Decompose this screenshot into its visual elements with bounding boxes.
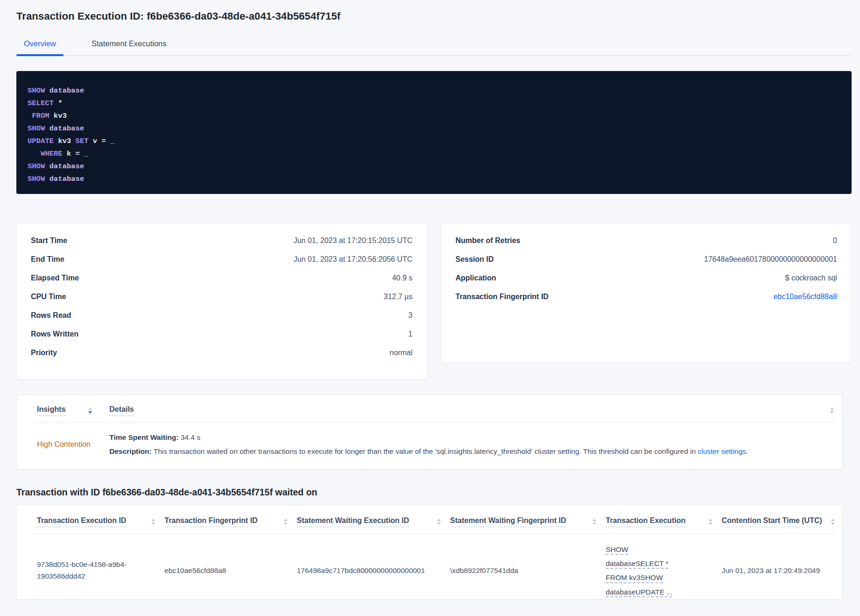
kv-row-elapsed-time: Elapsed Time 40.9 s <box>31 269 413 287</box>
txn-execution-id-header[interactable]: Transaction Execution ID <box>37 516 126 527</box>
kv-row-rows-written: Rows Written 1 <box>31 325 413 344</box>
txn-fingerprint-link[interactable]: ebc10ae56cfd88a8 <box>774 293 837 301</box>
time-spent-waiting: Time Spent Waiting: 34.4 s <box>109 433 835 443</box>
contention-start-time-value: Jun 01, 2023 at 17:20:49:2049 <box>722 566 820 575</box>
time-spent-waiting-value: 34.4 s <box>179 433 201 441</box>
insights-header-label[interactable]: Insights <box>37 405 65 416</box>
session-id-label: Session ID <box>456 255 494 264</box>
retries-value: 0 <box>833 236 837 245</box>
insight-description: Description: This transaction waited on … <box>109 447 835 457</box>
sort-details-icon[interactable] <box>829 407 835 415</box>
transaction-execution-cell: SHOW databaseSELECT * FROM kv3SHOW datab… <box>606 543 713 599</box>
retries-label: Number of Retries <box>456 236 521 245</box>
col-txn-fingerprint-id: Transaction Fingerprint ID <box>165 516 288 527</box>
contention-start-time-header[interactable]: Contention Start Time (UTC) <box>722 516 822 527</box>
description-text: This transaction waited on other transac… <box>151 447 698 455</box>
col-transaction-execution: Transaction Execution <box>606 516 713 527</box>
kv-row-rows-read: Rows Read 3 <box>31 306 413 325</box>
start-time-value: Jun 01, 2023 at 17:20:15:2015 UTC <box>294 236 412 245</box>
start-time-label: Start Time <box>31 236 67 245</box>
sort-stmt-waiting-fingerprint-id-icon[interactable] <box>592 518 597 526</box>
stmt-waiting-execution-id-header[interactable]: Statement Waiting Execution ID <box>297 516 409 527</box>
kv-row-application: Application $ cockroach sql <box>456 269 838 287</box>
transaction-details-page: Transaction Execution ID: f6be6366-da03-… <box>0 0 860 600</box>
end-time-value: Jun 01, 2023 at 17:20:56:2056 UTC <box>294 255 412 264</box>
waited-on-heading: Transaction with ID f6be6366-da03-48de-a… <box>16 487 852 498</box>
insights-table-header: Insights Details <box>37 395 835 422</box>
txn-execution-id-cell: 9738d051-bc0e-4158-a9b4-1903586ddd42 <box>37 559 156 582</box>
txn-execution-id-value: 9738d051-bc0e-4158-a9b4-1903586ddd42 <box>37 559 128 582</box>
kv-row-cpu-time: CPU Time 312.7 µs <box>31 287 413 306</box>
rows-written-label: Rows Written <box>31 330 79 338</box>
transaction-execution-link[interactable]: SHOW databaseSELECT * FROM kv3SHOW datab… <box>606 543 686 599</box>
sort-transaction-execution-icon[interactable] <box>708 518 713 526</box>
cluster-settings-link[interactable]: cluster settings <box>698 447 746 455</box>
tab-overview[interactable]: Overview <box>16 35 64 55</box>
tab-bar: Overview Statement Executions <box>16 35 852 56</box>
cpu-time-value: 312.7 µs <box>384 293 413 301</box>
waited-on-table: Transaction Execution ID Transaction Fin… <box>16 505 843 600</box>
txn-fingerprint-id-header[interactable]: Transaction Fingerprint ID <box>165 516 258 527</box>
timing-card: Start Time Jun 01, 2023 at 17:20:15:2015… <box>16 223 427 380</box>
kv-row-session-id: Session ID 17648a9eea6017800000000000000… <box>456 250 838 269</box>
insights-table: Insights Details High Contention Time Sp… <box>16 394 843 470</box>
sort-txn-execution-id-icon[interactable] <box>150 518 156 526</box>
kv-row-priority: Priority normal <box>31 344 413 362</box>
insight-row: High Contention Time Spent Waiting: 34.4… <box>37 423 835 469</box>
sort-txn-fingerprint-id-icon[interactable] <box>283 518 288 526</box>
application-value: $ cockroach sql <box>785 274 837 282</box>
summary-cards: Start Time Jun 01, 2023 at 17:20:15:2015… <box>16 223 852 380</box>
contention-start-time-cell: Jun 01, 2023 at 17:20:49:2049 <box>722 566 836 575</box>
time-spent-waiting-label: Time Spent Waiting: <box>109 433 179 441</box>
application-label: Application <box>456 274 496 282</box>
insight-type-badge: High Contention <box>37 433 93 457</box>
rows-written-value: 1 <box>408 330 413 338</box>
kv-row-start-time: Start Time Jun 01, 2023 at 17:20:15:2015… <box>31 231 413 250</box>
waited-on-table-header: Transaction Execution ID Transaction Fin… <box>37 505 836 533</box>
sql-statements: SHOW databaseSELECT * FROM kv3SHOW datab… <box>16 71 852 194</box>
end-time-label: End Time <box>31 255 64 264</box>
txn-fingerprint-label: Transaction Fingerprint ID <box>456 293 549 301</box>
description-suffix: . <box>746 447 748 455</box>
details-header-label[interactable]: Details <box>109 405 134 416</box>
table-row: 9738d051-bc0e-4158-a9b4-1903586ddd42 ebc… <box>37 534 836 600</box>
col-contention-start-time: Contention Start Time (UTC) <box>722 516 836 527</box>
col-stmt-waiting-execution-id: Statement Waiting Execution ID <box>297 516 442 527</box>
col-stmt-waiting-fingerprint-id: Statement Waiting Fingerprint ID <box>450 516 597 527</box>
elapsed-time-value: 40.9 s <box>392 274 413 282</box>
sort-stmt-waiting-execution-id-icon[interactable] <box>436 518 442 526</box>
stmt-waiting-fingerprint-id-value: \xdb8922f077541dda <box>450 566 518 575</box>
kv-row-end-time: End Time Jun 01, 2023 at 17:20:56:2056 U… <box>31 250 413 269</box>
insights-column-header: Insights <box>37 405 93 416</box>
rows-read-value: 3 <box>408 311 413 320</box>
details-column-header: Details <box>109 405 835 416</box>
transaction-execution-header[interactable]: Transaction Execution <box>606 516 686 527</box>
sort-contention-start-time-icon[interactable] <box>830 518 836 526</box>
priority-value: normal <box>390 349 413 357</box>
tab-statement-executions[interactable]: Statement Executions <box>84 35 174 55</box>
session-card: Number of Retries 0 Session ID 17648a9ee… <box>441 223 852 363</box>
col-txn-execution-id: Transaction Execution ID <box>37 516 156 527</box>
cpu-time-label: CPU Time <box>31 293 66 301</box>
stmt-waiting-fingerprint-id-header[interactable]: Statement Waiting Fingerprint ID <box>450 516 566 527</box>
stmt-waiting-execution-id-cell: 176498a9c717bdc80000000000000001 <box>297 566 442 575</box>
session-id-value: 17648a9eea6017800000000000000001 <box>704 255 837 264</box>
priority-label: Priority <box>31 349 57 357</box>
stmt-waiting-fingerprint-id-cell: \xdb8922f077541dda <box>450 566 597 575</box>
kv-row-retries: Number of Retries 0 <box>456 231 838 250</box>
txn-fingerprint-id-cell: ebc10ae56cfd88a8 <box>165 566 288 575</box>
insight-details: Time Spent Waiting: 34.4 s Description: … <box>109 433 835 457</box>
sort-insights-icon[interactable] <box>87 407 93 415</box>
rows-read-label: Rows Read <box>31 311 71 320</box>
stmt-waiting-execution-id-value: 176498a9c717bdc80000000000000001 <box>297 566 425 575</box>
kv-row-txn-fingerprint: Transaction Fingerprint ID ebc10ae56cfd8… <box>456 287 838 306</box>
page-title: Transaction Execution ID: f6be6366-da03-… <box>16 10 852 22</box>
description-label: Description: <box>109 447 151 455</box>
elapsed-time-label: Elapsed Time <box>31 274 79 282</box>
txn-fingerprint-id-value: ebc10ae56cfd88a8 <box>165 566 226 575</box>
